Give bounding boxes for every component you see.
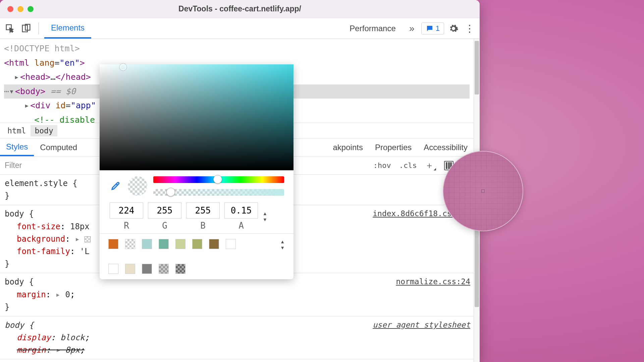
- issue-icon: [426, 24, 434, 33]
- issues-count: 1: [436, 24, 440, 33]
- hov-button[interactable]: :hov: [369, 157, 395, 174]
- color-picker: R G B A ▲▼ ▲▼: [100, 64, 293, 279]
- sv-handle[interactable]: [120, 64, 126, 70]
- new-style-rule-icon[interactable]: ＋◢: [421, 157, 440, 174]
- devtools-window: DevTools - coffee-cart.netlify.app/ Elem…: [0, 0, 480, 362]
- palette: ▲▼: [100, 233, 293, 279]
- zoom-icon[interactable]: [28, 6, 34, 12]
- scroll-thumb[interactable]: [475, 227, 479, 307]
- subtab-styles[interactable]: Styles: [0, 139, 34, 156]
- kebab-menu-icon[interactable]: ⋮: [463, 22, 476, 35]
- color-mode-toggle-icon[interactable]: ▲▼: [263, 211, 270, 222]
- subtab-properties[interactable]: Properties: [369, 139, 418, 156]
- window-titlebar: DevTools - coffee-cart.netlify.app/: [0, 0, 480, 18]
- inspect-element-icon[interactable]: [3, 22, 17, 35]
- swatch[interactable]: [142, 264, 152, 274]
- swatch[interactable]: [209, 239, 219, 249]
- swatch[interactable]: [159, 239, 169, 249]
- swatch[interactable]: [108, 264, 118, 274]
- close-icon[interactable]: [7, 6, 13, 12]
- a-input[interactable]: [224, 202, 258, 219]
- hue-handle[interactable]: [213, 175, 222, 184]
- scroll-thumb[interactable]: [475, 41, 479, 95]
- tab-performance[interactable]: Performance: [343, 18, 402, 39]
- source-link[interactable]: normalize.css:24: [396, 276, 470, 288]
- b-input[interactable]: [186, 202, 220, 219]
- palette-toggle-icon[interactable]: ▲▼: [280, 239, 285, 250]
- crumb-body[interactable]: body: [31, 125, 57, 136]
- swatch[interactable]: [226, 239, 236, 249]
- rule-body-ua[interactable]: user agent stylesheet body { display: bl…: [0, 316, 474, 360]
- main-pane: <!DOCTYPE html> <html lang="en"> ▸<head>…: [0, 39, 480, 362]
- settings-icon[interactable]: [447, 22, 460, 35]
- alpha-slider[interactable]: [153, 189, 284, 196]
- color-preview: [128, 176, 147, 196]
- saturation-value-field[interactable]: [100, 64, 293, 170]
- window-title: DevTools - coffee-cart.netlify.app/: [178, 4, 301, 13]
- swatch[interactable]: [108, 239, 118, 249]
- traffic-lights: [7, 6, 34, 12]
- source-ua: user agent stylesheet: [373, 319, 470, 331]
- main-toolbar: Elements Performance » 1 ⋮: [0, 18, 480, 39]
- swatch[interactable]: [175, 264, 185, 274]
- alpha-handle[interactable]: [166, 188, 175, 196]
- cls-button[interactable]: .cls: [395, 157, 421, 174]
- crumb-html[interactable]: html: [3, 125, 30, 136]
- subtab-breakpoints[interactable]: akpoints: [327, 139, 369, 156]
- issues-button[interactable]: 1: [421, 22, 444, 35]
- device-toolbar-icon[interactable]: [19, 22, 33, 35]
- minimize-icon[interactable]: [17, 6, 23, 12]
- g-input[interactable]: [148, 202, 181, 219]
- rule-body-normalize[interactable]: normalize.css:24 body { margin: ▸ 0; }: [0, 273, 474, 316]
- swatch[interactable]: [175, 239, 185, 249]
- swatch[interactable]: [192, 239, 202, 249]
- eyedropper-icon[interactable]: [109, 180, 122, 192]
- swatch[interactable]: [159, 264, 169, 274]
- tab-elements[interactable]: Elements: [44, 18, 91, 39]
- swatch[interactable]: [142, 239, 152, 249]
- r-input[interactable]: [110, 202, 143, 219]
- more-tabs-icon[interactable]: »: [405, 22, 419, 35]
- dom-doctype[interactable]: <!DOCTYPE html>: [4, 42, 470, 56]
- swatch[interactable]: [125, 264, 135, 274]
- hue-slider[interactable]: [153, 176, 284, 183]
- swatch[interactable]: [125, 239, 135, 249]
- subtab-computed[interactable]: Computed: [34, 139, 83, 156]
- magnifier-grid: [443, 152, 523, 231]
- eyedropper-magnifier[interactable]: [443, 151, 523, 231]
- subtab-accessibility[interactable]: Accessibility: [418, 139, 474, 156]
